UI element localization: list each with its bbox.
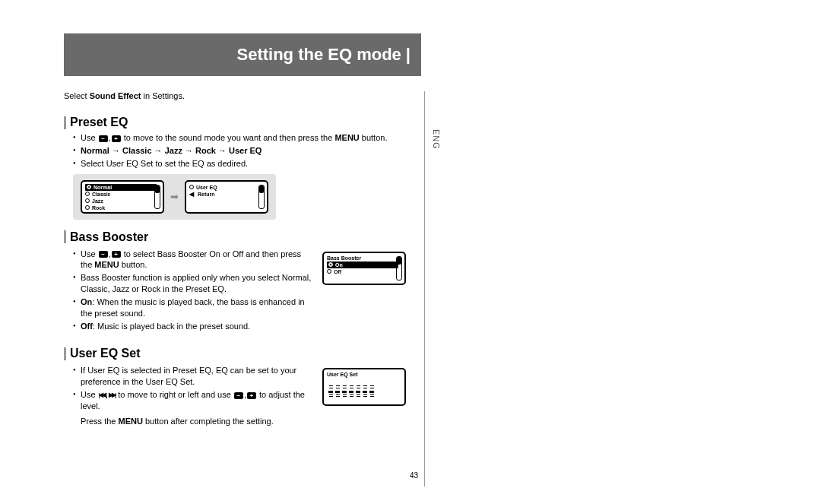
list-item: Use −,+ to select Bass Booster On or Off…	[73, 249, 315, 271]
header-band: Setting the EQ mode |	[64, 33, 421, 76]
lcd-item-on: On	[327, 262, 398, 268]
usereq-note: Press the MENU button after completing t…	[81, 417, 315, 426]
menu-label: MENU	[119, 417, 143, 426]
text-fragment: to move to the sound mode you want and t…	[122, 133, 335, 142]
off-label: Off	[81, 322, 93, 331]
list-item: Off: Music is played back in the preset …	[73, 321, 315, 332]
list-item: On: When the music is played back, the b…	[73, 296, 315, 319]
eq-sliders	[327, 378, 401, 398]
title-separator: |	[406, 45, 410, 65]
fastforward-icon: ▶▶|	[109, 391, 115, 400]
text-fragment: to move to right or left and use	[116, 390, 233, 399]
preset-bullet-list: Use −,+ to move to the sound mode you wa…	[64, 132, 421, 170]
return-icon: ◀	[189, 191, 194, 198]
menu-label: MENU	[334, 133, 359, 142]
text-fragment: button.	[360, 133, 388, 142]
lcd-bass-booster: Bass Booster On Off	[322, 252, 406, 285]
intro-bold: Sound Effect	[90, 91, 141, 100]
list-item: If User EQ is selected in Preset EQ, EQ …	[73, 365, 315, 388]
lcd-title: User EQ Set	[327, 372, 401, 377]
text-fragment: If User EQ is selected in Preset EQ, EQ …	[81, 366, 296, 386]
plus-icon: +	[112, 251, 121, 258]
text-fragment: Select User EQ Set to set the EQ as dedi…	[81, 159, 248, 168]
list-item: Bass Booster function is applied only wh…	[73, 272, 315, 295]
lcd-preset-list: Normal Classic Jazz Rock	[81, 180, 164, 214]
scrollbar	[396, 256, 402, 281]
section-bar-icon	[64, 347, 66, 360]
list-item: Normal → Classic → Jazz → Rock → User EQ	[73, 145, 421, 157]
usereq-bullet-list: If User EQ is selected in Preset EQ, EQ …	[64, 365, 315, 411]
text-fragment: Use	[81, 390, 98, 399]
page-title: Setting the EQ mode	[236, 45, 401, 65]
lcd-item-return: ◀Return	[189, 191, 264, 198]
scrollbar	[154, 185, 160, 209]
lcd-user-eq: User EQ Set	[322, 368, 406, 406]
text-fragment: button after completing the setting.	[143, 417, 274, 426]
section-bass-label: Bass Booster	[70, 230, 148, 244]
section-usereq-title: User EQ Set	[64, 347, 421, 360]
bass-two-col: Use −,+ to select Bass Booster On or Off…	[64, 247, 421, 337]
minus-icon: −	[99, 135, 108, 142]
lcd-title: Bass Booster	[327, 255, 401, 261]
text-fragment: button.	[119, 260, 147, 269]
minus-icon: −	[99, 251, 108, 258]
page-fold-line	[424, 91, 425, 487]
arrow-right-icon: ➡	[170, 191, 179, 202]
text-fragment: Press the	[81, 417, 119, 426]
section-bar-icon	[64, 116, 66, 129]
intro-text: Select Sound Effect in Settings.	[64, 91, 421, 100]
lcd-item-rock: Rock	[85, 204, 160, 211]
page-number: 43	[410, 471, 418, 480]
lcd-item-classic: Classic	[85, 191, 160, 198]
text-fragment: Bass Booster function is applied only wh…	[81, 273, 311, 293]
section-bass-title: Bass Booster	[64, 230, 421, 244]
section-usereq-label: User EQ Set	[70, 347, 140, 360]
list-item: Select User EQ Set to set the EQ as dedi…	[73, 158, 421, 170]
rewind-icon: |◀◀	[99, 391, 105, 400]
list-item: Use −,+ to move to the sound mode you wa…	[73, 132, 421, 144]
intro-prefix: Select	[64, 91, 90, 100]
content-area: Select Sound Effect in Settings. Preset …	[64, 91, 421, 426]
eq-sequence: Normal → Classic → Jazz → Rock → User EQ	[81, 146, 262, 155]
usereq-two-col: If User EQ is selected in Preset EQ, EQ …	[64, 363, 421, 425]
text-fragment: Use	[81, 249, 98, 258]
section-preset-title: Preset EQ	[64, 116, 421, 129]
text-fragment: : Music is played back in the preset sou…	[93, 322, 250, 331]
lcd-preset-list-2: User EQ ◀Return	[185, 180, 268, 214]
menu-label: MENU	[94, 260, 119, 269]
bass-bullet-list: Use −,+ to select Bass Booster On or Off…	[64, 249, 315, 332]
text-fragment: Use	[81, 133, 98, 142]
plus-icon: +	[112, 135, 121, 142]
intro-suffix: in Settings.	[141, 91, 184, 100]
lcd-item-normal: Normal	[85, 184, 157, 191]
section-preset-label: Preset EQ	[70, 116, 128, 129]
lcd-item-usereq: User EQ	[189, 184, 264, 191]
scrollbar	[258, 185, 265, 209]
minus-icon: −	[234, 392, 243, 399]
plus-icon: +	[247, 392, 256, 399]
lcd-item-off: Off	[327, 268, 401, 275]
lcd-item-jazz: Jazz	[85, 198, 160, 204]
text-fragment: : When the music is played back, the bas…	[81, 297, 305, 318]
preset-lcd-band: Normal Classic Jazz Rock ➡ User EQ ◀Retu…	[73, 174, 276, 220]
language-tab: ENG	[432, 129, 441, 150]
list-item: Use |◀◀,▶▶| to move to right or left and…	[73, 389, 315, 412]
section-bar-icon	[64, 230, 66, 243]
on-label: On	[81, 297, 92, 306]
